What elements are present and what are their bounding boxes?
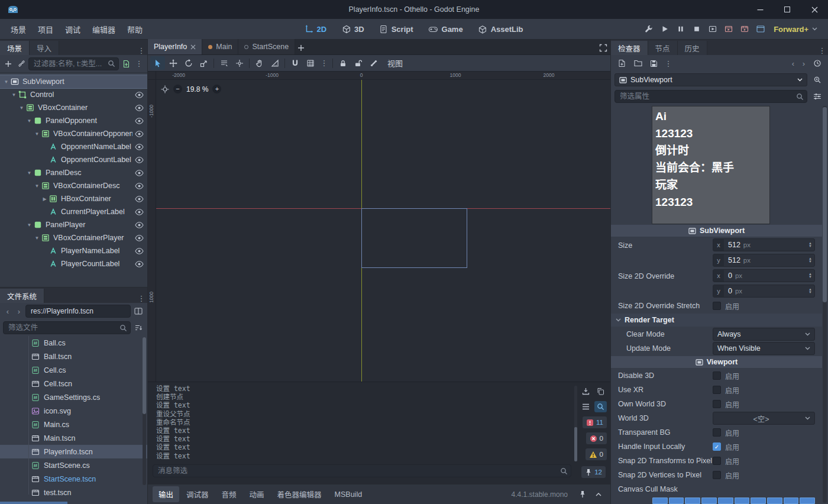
zoom-out-button[interactable]: − bbox=[173, 85, 182, 93]
dock-menu-icon[interactable]: ⋮ bbox=[816, 46, 828, 55]
lock-node-button[interactable] bbox=[335, 56, 350, 70]
snap-2d-vertices-to-pixel-checkbox[interactable] bbox=[713, 471, 721, 479]
visibility-eye-icon[interactable] bbox=[135, 235, 144, 241]
cull-mask-layer[interactable] bbox=[767, 497, 782, 504]
cull-mask-layer[interactable] bbox=[701, 497, 717, 504]
size-y-field[interactable]: y512px▲▼ bbox=[713, 254, 815, 267]
grid-snap-button[interactable] bbox=[303, 56, 318, 70]
select-tool-button[interactable] bbox=[150, 56, 165, 70]
pan-tool-button[interactable] bbox=[252, 56, 267, 70]
unlock-node-button[interactable] bbox=[351, 56, 366, 70]
expand-arrow-icon[interactable]: ▶ bbox=[41, 196, 48, 202]
property-filter-input[interactable] bbox=[614, 90, 807, 103]
error-count-badge[interactable]: 0 bbox=[586, 432, 607, 444]
file-Cell.cs[interactable]: Cell.cs bbox=[0, 363, 147, 377]
file-Ball.cs[interactable]: Ball.cs bbox=[0, 336, 147, 350]
file-PlayerInfo.tscn[interactable]: PlayerInfo.tscn bbox=[0, 445, 147, 458]
menu-debug[interactable]: 调试 bbox=[59, 21, 86, 38]
cull-mask-layer[interactable] bbox=[652, 497, 668, 504]
cull-mask-layer[interactable] bbox=[735, 497, 750, 504]
customize-run-button[interactable] bbox=[641, 22, 656, 36]
cull-mask-layer[interactable] bbox=[751, 497, 766, 504]
tree-node-PanelPlayer[interactable]: ▼PanelPlayer bbox=[0, 218, 147, 231]
dock-menu-icon[interactable]: ⋮ bbox=[135, 46, 147, 55]
add-scene-tab-button[interactable] bbox=[295, 41, 307, 54]
workspace-game[interactable]: Game bbox=[422, 22, 470, 36]
search-log-button[interactable] bbox=[594, 401, 607, 412]
sort-files-icon[interactable] bbox=[132, 321, 144, 335]
tree-node-OpponentCountLabel[interactable]: OpponentCountLabel bbox=[0, 153, 147, 166]
menu-project[interactable]: 项目 bbox=[32, 21, 59, 38]
filesystem-hscrollbar[interactable] bbox=[0, 502, 67, 504]
cull-mask-layer[interactable] bbox=[784, 497, 799, 504]
snap-2d-transforms-to-pixel-checkbox[interactable] bbox=[713, 457, 721, 465]
clear-mode-dropdown[interactable]: Always bbox=[713, 328, 815, 341]
collapse-arrow-icon[interactable]: ▼ bbox=[10, 92, 18, 98]
scene-tab-main[interactable]: Main bbox=[202, 39, 238, 54]
close-tab-icon[interactable] bbox=[190, 44, 196, 50]
file-StartScene.tscn[interactable]: StartScene.tscn bbox=[0, 472, 147, 486]
visibility-eye-icon[interactable] bbox=[135, 222, 144, 228]
bottom-tab-msbuild[interactable]: MSBuild bbox=[329, 488, 368, 501]
snap-options-icon[interactable]: ⋮ bbox=[318, 59, 330, 67]
inspector-scrollbar[interactable] bbox=[823, 106, 827, 503]
visibility-eye-icon[interactable] bbox=[135, 183, 144, 189]
file-Main.tscn[interactable]: Main.tscn bbox=[0, 431, 147, 445]
pin-bottom-panel-button[interactable] bbox=[575, 487, 590, 501]
bottom-tab-audio[interactable]: 音频 bbox=[216, 486, 242, 502]
stepper-icon[interactable]: ▲▼ bbox=[808, 257, 812, 263]
load-resource-button[interactable] bbox=[630, 57, 645, 70]
scene-tab-playerinfo[interactable]: PlayerInfo bbox=[148, 39, 202, 54]
rotate-tool-button[interactable] bbox=[181, 56, 196, 70]
nav-forward-icon[interactable]: › bbox=[14, 307, 24, 316]
cull-mask-layer[interactable] bbox=[718, 497, 733, 504]
save-resource-button[interactable] bbox=[646, 57, 661, 70]
current-path[interactable]: res://PlayerInfo.tscn bbox=[25, 305, 131, 318]
stepper-icon[interactable]: ▲▼ bbox=[808, 242, 812, 248]
message-filter-input[interactable] bbox=[153, 464, 571, 477]
view-menu[interactable]: 视图 bbox=[381, 54, 409, 72]
visibility-eye-icon[interactable] bbox=[135, 144, 144, 150]
bottom-tab-output[interactable]: 输出 bbox=[153, 486, 179, 502]
ruler-tool-button[interactable] bbox=[267, 56, 282, 70]
embedded-game-button[interactable] bbox=[753, 22, 768, 36]
visibility-eye-icon[interactable] bbox=[135, 92, 144, 98]
center-view-icon[interactable] bbox=[161, 85, 169, 93]
menu-scene[interactable]: 场景 bbox=[5, 21, 32, 38]
update-mode-dropdown[interactable]: When Visible bbox=[713, 342, 815, 355]
workspace-assetlib[interactable]: AssetLib bbox=[471, 22, 531, 36]
run-current-scene-button[interactable] bbox=[705, 22, 720, 36]
message-count-badge[interactable]: 11 bbox=[583, 416, 607, 428]
scene-tab-startscene[interactable]: StartScene bbox=[238, 39, 295, 54]
nav-back-icon[interactable]: ‹ bbox=[3, 307, 12, 316]
file-GameSettings.cs[interactable]: GameSettings.cs bbox=[0, 390, 147, 404]
movie-maker-button[interactable] bbox=[737, 22, 752, 36]
edited-object-dropdown[interactable]: SubViewport bbox=[614, 73, 807, 86]
own-world-3d-checkbox[interactable] bbox=[713, 400, 721, 408]
tab-import[interactable]: 导入 bbox=[30, 41, 59, 55]
filter-options-button[interactable] bbox=[810, 90, 824, 104]
pause-button[interactable] bbox=[673, 22, 688, 36]
minimize-button[interactable] bbox=[746, 0, 774, 19]
tree-node-HBoxContainer[interactable]: ▶HBoxContainer bbox=[0, 192, 147, 205]
file-test.tscn[interactable]: test.tscn bbox=[0, 486, 147, 499]
tab-history[interactable]: 历史 bbox=[678, 41, 707, 55]
tab-filesystem[interactable]: 文件系统 bbox=[0, 289, 44, 303]
section-render-target[interactable]: Render Target bbox=[611, 314, 822, 327]
list-select-tool-button[interactable] bbox=[216, 56, 231, 70]
new-resource-button[interactable] bbox=[614, 57, 629, 70]
cull-mask-layer[interactable] bbox=[669, 497, 684, 504]
tab-inspector[interactable]: 检查器 bbox=[611, 41, 648, 55]
object-history-button[interactable] bbox=[810, 57, 824, 70]
file-Cell.tscn[interactable]: Cell.tscn bbox=[0, 377, 147, 390]
tree-node-PanelDesc[interactable]: ▼PanelDesc bbox=[0, 166, 147, 179]
collapse-arrow-icon[interactable]: ▼ bbox=[18, 105, 25, 111]
run-specific-scene-button[interactable] bbox=[721, 22, 736, 36]
tree-node-VBoxContainerOpponent[interactable]: ▼VBoxContainerOpponent bbox=[0, 127, 147, 140]
file-Ball.tscn[interactable]: Ball.tscn bbox=[0, 350, 147, 363]
bottom-tab-animation[interactable]: 动画 bbox=[244, 486, 270, 502]
visibility-eye-icon[interactable] bbox=[135, 157, 144, 163]
size-2d-override-y-field[interactable]: y0px▲▼ bbox=[713, 285, 815, 298]
tree-node-VBoxContainerPlayer[interactable]: ▼VBoxContainerPlayer bbox=[0, 231, 147, 244]
dock-menu-icon[interactable]: ⋮ bbox=[135, 294, 147, 303]
